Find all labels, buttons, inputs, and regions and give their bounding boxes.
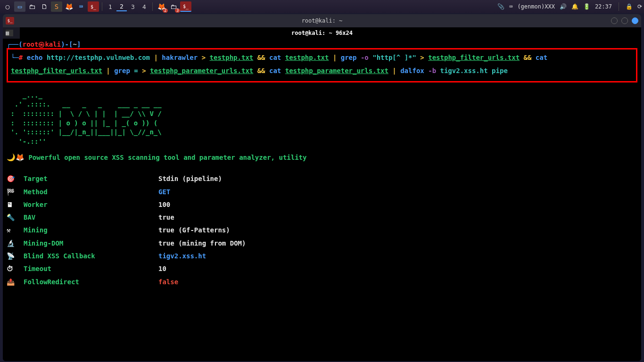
minimize-button[interactable]: [611, 17, 618, 24]
prompt-line-1: ┌──(root㉿kali)-[~]: [7, 40, 637, 49]
row-val: false: [158, 276, 178, 288]
row-val: Stdin (pipeline): [158, 173, 222, 185]
tok-flag-b: -b: [428, 67, 436, 74]
info-row: ⚒Miningtrue (Gf-Patterns): [7, 224, 637, 237]
row-val: true: [158, 211, 174, 224]
row-key: Method: [24, 186, 158, 198]
app-badge-1[interactable]: 🦊2: [156, 1, 167, 12]
row-val: tigv2.xss.ht: [158, 250, 206, 263]
info-row: 🎯TargetStdin (pipeline): [7, 173, 637, 185]
vscode-icon[interactable]: ⌨: [75, 1, 87, 12]
tok-cat: cat: [536, 54, 547, 61]
tok-redirect: >: [142, 67, 146, 74]
terminal-tabbar: ▦ root@kali: ~ 96x24: [3, 27, 641, 39]
tok-pipe: |: [154, 54, 157, 61]
tok-and: &&: [257, 67, 265, 74]
separator: [102, 2, 102, 11]
workspace-3[interactable]: 3: [128, 2, 138, 11]
tok-dalfox: dalfox: [400, 67, 424, 74]
terminal-body[interactable]: ┌──(root㉿kali)-[~] └─# echo http://testp…: [3, 39, 641, 361]
prompt-hash: #: [19, 54, 23, 61]
info-row: 📤FollowRedirectfalse: [7, 276, 637, 288]
tok-url: http://testphp.vulnweb.com: [47, 54, 150, 61]
lock-icon[interactable]: 🔒: [626, 3, 633, 10]
info-row: 🏁MethodGET: [7, 186, 637, 198]
volume-icon[interactable]: 🔊: [560, 3, 567, 10]
tok-eq: =: [134, 67, 138, 74]
maximize-button[interactable]: [621, 17, 628, 24]
tok-redirect: >: [420, 54, 424, 61]
window-title: root@kali: ~: [302, 17, 343, 24]
row-icon: 🎯: [7, 173, 24, 185]
tok-cat: cat: [269, 67, 281, 74]
tok-file-1: testphp.txt: [210, 54, 254, 61]
tok-flag-o: -o: [361, 54, 369, 61]
tok-blind-host: tigv2.xss.ht: [440, 67, 488, 74]
row-key: Worker: [24, 198, 158, 211]
info-row: 🔦BAVtrue: [7, 211, 637, 224]
workspace-4[interactable]: 4: [139, 2, 149, 11]
row-key: Mining: [24, 224, 158, 237]
tok-echo: echo: [27, 54, 43, 61]
keyboard-icon[interactable]: ⌨: [509, 3, 512, 10]
tok-file-3: testphp_parameter_urls.txt: [150, 67, 253, 74]
tok-and: &&: [524, 54, 532, 61]
row-val: true (mining from DOM): [158, 237, 246, 250]
tok-hakrawler: hakrawler: [162, 54, 198, 61]
row-icon: 📤: [7, 276, 24, 288]
close-button[interactable]: [632, 17, 638, 24]
power-icon[interactable]: ⟳: [637, 3, 642, 10]
tok-grep: grep: [341, 54, 357, 61]
attachment-icon[interactable]: 📎: [497, 3, 504, 10]
dalfox-config-table: 🎯TargetStdin (pipeline) 🏁MethodGET 🖥Work…: [7, 173, 637, 288]
tok-pipe-mode: pipe: [492, 67, 508, 74]
document-icon[interactable]: 🗋: [39, 1, 50, 12]
clock: 22:37: [595, 3, 612, 10]
firefox-icon[interactable]: 🦊: [63, 1, 74, 12]
workspace-2[interactable]: 2: [116, 2, 127, 11]
terminal-taskbar-icon[interactable]: $_: [88, 1, 99, 12]
info-row: 🔬Mining-DOMtrue (mining from DOM): [7, 237, 637, 250]
files-icon[interactable]: ▭: [14, 1, 25, 12]
row-key: Timeout: [24, 263, 158, 275]
workspace-1[interactable]: 1: [105, 2, 116, 11]
tab-title: root@kali: ~ 96x24: [291, 30, 353, 36]
row-icon: ⏱: [7, 263, 24, 275]
kali-menu-icon[interactable]: ◯: [2, 1, 13, 12]
folder-icon[interactable]: 🗀: [26, 1, 38, 12]
tagline-emoji: 🌙🦊: [7, 153, 25, 162]
battery-icon[interactable]: 🔋: [583, 3, 590, 10]
row-key: BAV: [24, 211, 158, 224]
tok-file-3b: testphp_parameter_urls.txt: [285, 67, 388, 74]
tok-pipe: |: [106, 67, 110, 74]
window-titlebar[interactable]: $_ root@kali: ~: [3, 14, 641, 27]
row-icon: 🏁: [7, 186, 24, 198]
tok-redirect: >: [202, 54, 206, 61]
tok-grep: grep: [114, 67, 130, 74]
tok-file-1b: testphp.txt: [285, 54, 329, 61]
tok-pipe: |: [392, 67, 396, 74]
tok-file-2: testphp_filter_urls.txt: [428, 54, 520, 61]
system-taskbar: ◯ ▭ 🗀 🗋 S 🦊 ⌨ $_ 1 2 3 4 🦊2 🗀3 $_ 📎 ⌨ (g…: [0, 0, 644, 13]
tok-file-2b: testphp_filter_urls.txt: [11, 67, 102, 74]
row-val: true (Gf-Patterns): [158, 224, 230, 237]
notification-icon[interactable]: 🔔: [571, 3, 578, 10]
row-key: Target: [24, 173, 158, 185]
highlighted-command: └─# echo http://testphp.vulnweb.com | ha…: [7, 48, 637, 82]
tagline-text: Powerful open source XSS scanning tool a…: [28, 154, 306, 161]
terminal-running-icon[interactable]: $_: [180, 1, 191, 12]
sublime-icon[interactable]: S: [51, 1, 62, 12]
row-key: Mining-DOM: [24, 237, 158, 250]
separator: [152, 2, 153, 11]
app-badge-2[interactable]: 🗀3: [168, 1, 179, 12]
tok-pipe: |: [333, 54, 337, 61]
split-pane-icon[interactable]: ▦: [6, 30, 13, 36]
terminal-app-icon: $_: [6, 17, 14, 25]
row-icon: 🔦: [7, 211, 24, 224]
row-key: FollowRedirect: [24, 276, 158, 288]
row-val: GET: [158, 186, 170, 198]
info-row: 📡Blind XSS Callbacktigv2.xss.ht: [7, 250, 637, 263]
row-key: Blind XSS Callback: [24, 250, 158, 263]
dalfox-ascii-logo: _..._ .' .::::. __ _ _ ___ _ __ __ : :::…: [7, 91, 637, 147]
info-row: ⏱Timeout10: [7, 263, 637, 275]
